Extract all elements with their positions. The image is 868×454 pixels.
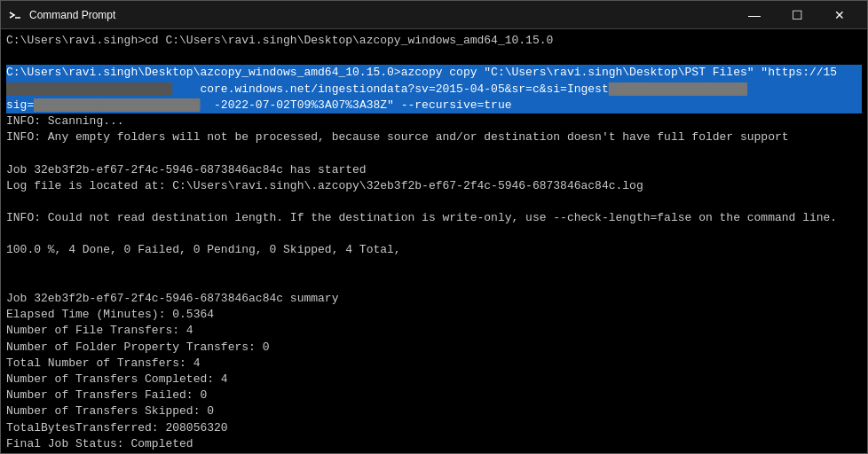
console-line-highlight: C:\Users\ravi.singh\Desktop\azcopy_windo… (6, 65, 862, 81)
console-output[interactable]: C:\Users\ravi.singh>cd C:\Users\ravi.sin… (1, 29, 867, 453)
window-controls: — ☐ ✕ (734, 1, 860, 29)
console-line: Job 32eb3f2b-ef67-2f4c-5946-6873846ac84c… (6, 291, 862, 307)
console-line: Job 32eb3f2b-ef67-2f4c-5946-6873846ac84c… (6, 162, 862, 178)
console-line: C:\Users\ravi.singh>cd C:\Users\ravi.sin… (6, 33, 862, 49)
console-line: Log file is located at: C:\Users\ravi.si… (6, 178, 862, 194)
console-line (6, 259, 862, 275)
console-line: Elapsed Time (Minutes): 0.5364 (6, 307, 862, 323)
console-line: INFO: Any empty folders will not be proc… (6, 129, 862, 145)
maximize-button[interactable]: ☐ (777, 1, 817, 29)
console-line: Number of Transfers Skipped: 0 (6, 403, 862, 419)
console-line-highlight: ████████████████████████ core.windows.ne… (6, 82, 862, 98)
console-line-highlight: sig=████████████████████████ -2022-07-02… (6, 98, 862, 114)
cmd-icon (8, 8, 22, 22)
console-line: Final Job Status: Completed (6, 436, 862, 452)
console-line: Number of Transfers Failed: 0 (6, 387, 862, 403)
console-line: Number of Transfers Completed: 4 (6, 372, 862, 387)
window: Command Prompt — ☐ ✕ C:\Users\ravi.singh… (0, 0, 868, 454)
console-line: Number of Folder Property Transfers: 0 (6, 340, 862, 356)
console-line: INFO: Scanning... (6, 114, 862, 129)
console-line: Total Number of Transfers: 4 (6, 356, 862, 372)
window-title: Command Prompt (29, 9, 734, 21)
title-bar: Command Prompt — ☐ ✕ (1, 1, 867, 29)
console-line: INFO: Could not read destination length.… (6, 210, 862, 226)
close-button[interactable]: ✕ (819, 1, 860, 29)
minimize-button[interactable]: — (734, 1, 775, 29)
console-line (6, 226, 862, 242)
console-line (6, 275, 862, 291)
console-line: Number of File Transfers: 4 (6, 323, 862, 339)
console-line (6, 145, 862, 161)
console-line (6, 452, 862, 453)
console-line: TotalBytesTransferred: 208056320 (6, 420, 862, 436)
console-line: 100.0 %, 4 Done, 0 Failed, 0 Pending, 0 … (6, 242, 862, 258)
console-line (6, 194, 862, 210)
console-line (6, 49, 862, 65)
